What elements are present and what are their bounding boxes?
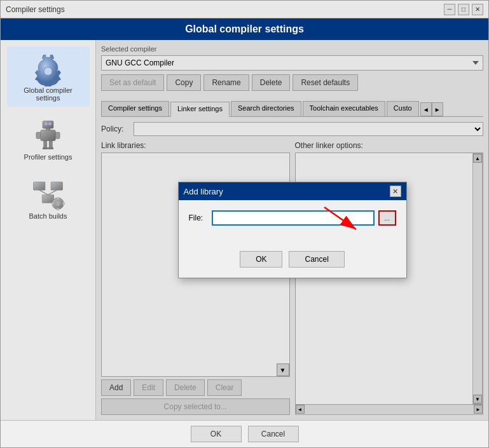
window-title: Compiler settings	[6, 5, 65, 14]
svg-rect-16	[53, 184, 56, 186]
svg-line-28	[324, 207, 356, 229]
reset-defaults-button[interactable]: Reset defaults	[293, 74, 358, 91]
header-title: Global compiler settings	[185, 24, 304, 34]
sidebar-item-batch[interactable]: Batch builds	[7, 172, 90, 225]
modal-title: Add library	[184, 187, 223, 196]
svg-rect-8	[55, 132, 60, 139]
footer-bar: OK Cancel	[1, 420, 488, 447]
svg-rect-26	[62, 202, 65, 205]
other-linker-scrollbar-h: ◄ ►	[295, 405, 484, 415]
arrow-svg	[318, 201, 369, 239]
rename-button[interactable]: Rename	[203, 74, 249, 91]
tabs-row: Compiler settings Linker settings Search…	[101, 101, 483, 117]
modal-body: File: ...	[179, 200, 406, 246]
svg-rect-12	[48, 147, 53, 149]
other-linker-scrollbar-v[interactable]: ▲ ▼	[472, 153, 483, 404]
lib-actions: Add Edit Delete Clear	[101, 379, 290, 396]
sidebar-item-global-label: Global compiler settings	[24, 86, 72, 102]
sidebar: Global compiler settings	[1, 40, 96, 420]
clear-button[interactable]: Clear	[207, 379, 242, 396]
tab-custom[interactable]: Custo	[387, 101, 419, 116]
svg-line-19	[39, 190, 48, 194]
svg-line-20	[48, 190, 57, 194]
delete-button[interactable]: Delete	[252, 74, 291, 91]
sidebar-item-batch-label: Batch builds	[29, 212, 67, 220]
svg-rect-18	[44, 196, 47, 199]
tab-compiler-settings[interactable]: Compiler settings	[101, 101, 169, 116]
policy-row: Policy:	[101, 122, 483, 136]
right-panel: Selected compiler GNU GCC Compiler Set a…	[96, 40, 488, 420]
title-bar-controls: ─ □ ✕	[444, 4, 483, 15]
add-library-modal: Add library ✕ File: ... OK	[178, 182, 407, 278]
sidebar-item-global-compiler[interactable]: Global compiler settings	[7, 46, 90, 107]
tab-search-directories[interactable]: Search directories	[231, 101, 301, 116]
svg-rect-17	[42, 195, 53, 203]
svg-point-1	[44, 67, 52, 76]
copy-selected-row: Copy selected to...	[101, 398, 290, 415]
svg-rect-13	[34, 182, 45, 190]
copy-button[interactable]: Copy	[167, 74, 201, 91]
gear-icon	[31, 51, 65, 86]
modal-title-bar: Add library ✕	[179, 182, 406, 200]
compiler-dropdown-row: GNU GCC Compiler	[101, 55, 483, 71]
selected-compiler-label: Selected compiler	[101, 45, 483, 53]
modal-file-label: File:	[189, 214, 208, 222]
svg-rect-9	[44, 141, 47, 149]
list-scroll-down-btn[interactable]: ▼	[277, 363, 289, 376]
policy-label: Policy:	[101, 125, 130, 133]
edit-button[interactable]: Edit	[134, 379, 163, 396]
svg-rect-24	[57, 208, 59, 211]
set-as-default-button[interactable]: Set as default	[101, 74, 164, 91]
sidebar-item-profiler-label: Profiler settings	[24, 153, 72, 161]
toolbar-row: Set as default Copy Rename Delete Reset …	[101, 74, 483, 91]
svg-rect-14	[35, 184, 38, 186]
selected-compiler-section: Selected compiler GNU GCC Compiler Set a…	[101, 45, 483, 96]
svg-rect-2	[43, 121, 53, 128]
policy-dropdown[interactable]	[134, 122, 483, 136]
red-arrow-annotation	[318, 201, 369, 241]
svg-rect-25	[52, 202, 54, 205]
lib-delete-button[interactable]: Delete	[166, 379, 205, 396]
dialog-header: Global compiler settings	[1, 18, 488, 40]
ok-button[interactable]: OK	[191, 426, 242, 442]
tab-prev-button[interactable]: ◄	[420, 102, 432, 116]
svg-rect-3	[45, 123, 47, 125]
modal-browse-button[interactable]: ...	[378, 210, 396, 226]
tab-next-button[interactable]: ►	[432, 102, 443, 116]
scrollbar-track-v	[473, 163, 482, 395]
main-window: Compiler settings ─ □ ✕ Global compiler …	[0, 0, 489, 448]
profiler-icon	[31, 118, 65, 153]
modal-wrapper: Add library ✕ File: ... OK	[178, 182, 407, 278]
svg-rect-6	[41, 130, 56, 141]
scrollbar-down-btn[interactable]: ▼	[473, 395, 482, 404]
link-libraries-label: Link libraries:	[101, 141, 290, 150]
scrollbar-track-h	[305, 405, 474, 414]
svg-point-22	[55, 201, 60, 206]
sidebar-item-profiler[interactable]: Profiler settings	[7, 113, 90, 166]
cancel-button[interactable]: Cancel	[248, 426, 299, 442]
svg-rect-4	[48, 123, 51, 125]
modal-ok-button[interactable]: OK	[240, 251, 282, 268]
scrollbar-left-btn[interactable]: ◄	[296, 405, 305, 414]
scrollbar-right-btn[interactable]: ►	[474, 405, 483, 414]
svg-rect-15	[51, 182, 62, 190]
scrollbar-up-btn[interactable]: ▲	[473, 154, 482, 163]
tab-toolchain-executables[interactable]: Toolchain executables	[303, 101, 385, 116]
tab-linker-settings[interactable]: Linker settings	[170, 102, 230, 117]
copy-selected-button[interactable]: Copy selected to...	[101, 398, 290, 415]
modal-close-button[interactable]: ✕	[390, 186, 401, 197]
main-content: Global compiler settings	[1, 40, 488, 420]
add-button[interactable]: Add	[101, 379, 131, 396]
maximize-button[interactable]: □	[458, 4, 469, 15]
close-button[interactable]: ✕	[472, 4, 483, 15]
compiler-dropdown[interactable]: GNU GCC Compiler	[101, 55, 483, 71]
modal-footer: OK Cancel	[179, 246, 406, 278]
svg-rect-10	[49, 141, 52, 149]
other-linker-options-label: Other linker options:	[295, 141, 484, 150]
svg-rect-23	[57, 197, 59, 200]
svg-rect-11	[43, 147, 48, 149]
minimize-button[interactable]: ─	[444, 4, 455, 15]
modal-cancel-button[interactable]: Cancel	[289, 251, 344, 268]
title-bar: Compiler settings ─ □ ✕	[1, 1, 488, 18]
svg-rect-7	[36, 132, 41, 139]
